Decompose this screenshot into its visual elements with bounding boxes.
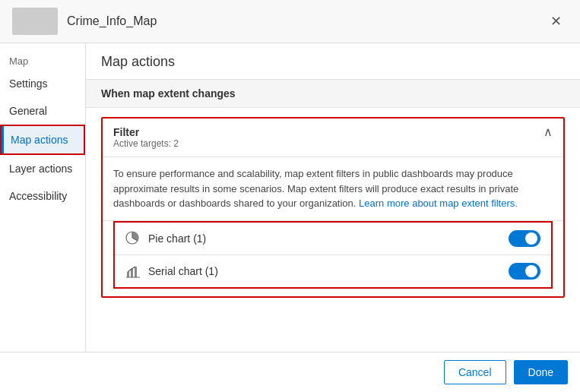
dialog-header: Crime_Info_Map ✕ (0, 0, 580, 43)
sidebar: Map Settings General Map actions Layer a… (0, 43, 86, 352)
collapse-button[interactable]: ∧ (544, 126, 553, 138)
close-button[interactable]: ✕ (544, 10, 568, 33)
filter-subtitle: Active targets: 2 (113, 138, 179, 149)
sidebar-section-label: Map (0, 49, 85, 70)
target-item-pie-chart: Pie chart (1) (115, 223, 551, 255)
svg-rect-5 (135, 267, 137, 277)
when-label: When map extent changes (86, 80, 580, 108)
main-heading: Map actions (101, 54, 565, 70)
sidebar-item-layer-actions[interactable]: Layer actions (0, 155, 85, 182)
dialog-footer: Cancel Done (0, 352, 580, 392)
cancel-button[interactable]: Cancel (444, 360, 506, 384)
filter-title-block: Filter Active targets: 2 (113, 126, 179, 149)
serial-chart-toggle[interactable] (509, 263, 540, 280)
pie-chart-toggle[interactable] (509, 230, 540, 247)
svg-rect-3 (127, 272, 129, 277)
main-dialog: Crime_Info_Map ✕ Map Settings General Ma… (0, 0, 580, 392)
filter-section: Filter Active targets: 2 ∧ To ensure per… (101, 117, 565, 298)
target-item-serial-chart: Serial chart (1) (115, 255, 551, 287)
learn-more-link[interactable]: Learn more about map extent filters. (359, 198, 518, 209)
sidebar-item-general[interactable]: General (0, 97, 85, 125)
svg-rect-4 (131, 269, 133, 277)
main-content: Map actions When map extent changes Filt… (86, 43, 580, 352)
pie-chart-label: Pie chart (1) (148, 232, 206, 245)
bar-chart-icon (125, 264, 141, 279)
filter-title: Filter (113, 126, 179, 138)
sidebar-item-accessibility[interactable]: Accessibility (0, 182, 85, 210)
done-button[interactable]: Done (514, 360, 568, 384)
dialog-body: Map Settings General Map actions Layer a… (0, 43, 580, 352)
sidebar-item-settings[interactable]: Settings (0, 70, 85, 97)
filter-description: To ensure performance and scalability, m… (103, 157, 563, 221)
serial-chart-label: Serial chart (1) (148, 265, 218, 277)
dialog-title-area: Crime_Info_Map (12, 8, 157, 35)
main-section-header: Map actions (86, 43, 580, 80)
sidebar-item-map-actions[interactable]: Map actions (0, 125, 85, 155)
filter-header: Filter Active targets: 2 ∧ (103, 119, 563, 157)
dialog-title: Crime_Info_Map (67, 14, 157, 28)
map-thumbnail (12, 8, 58, 35)
filter-targets: Pie chart (1) (113, 221, 553, 289)
pie-chart-icon (125, 231, 141, 246)
